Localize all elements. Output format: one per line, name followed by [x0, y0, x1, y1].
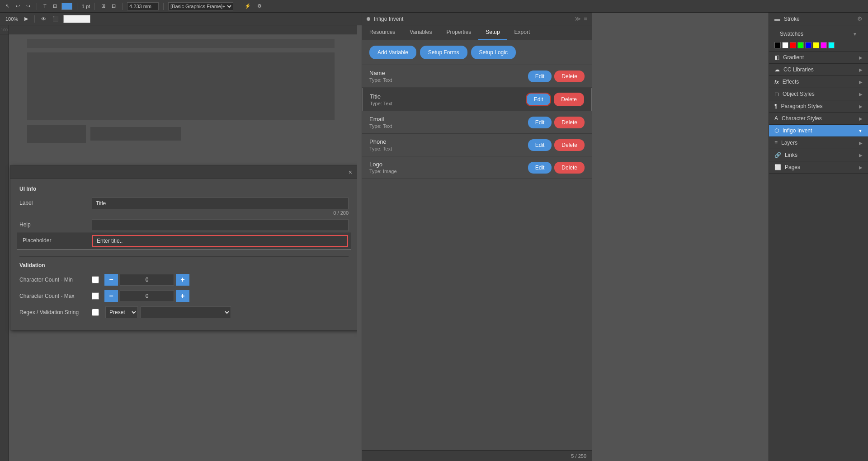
- label-field-label: Label: [19, 198, 92, 206]
- char-count-max-input[interactable]: [120, 290, 174, 302]
- swatch-white[interactable]: [782, 42, 788, 48]
- links-header-inner: 🔗 Links: [774, 152, 797, 158]
- infigo-panel: Infigo Invent ≫ ≡ Resources Variables Pr…: [362, 13, 592, 461]
- variable-title-delete[interactable]: Delete: [554, 93, 584, 106]
- toolbar-sep-4: [122, 3, 123, 10]
- variable-logo-edit[interactable]: Edit: [528, 162, 552, 174]
- toolbar-lightning[interactable]: ⚡: [243, 2, 253, 10]
- add-variable-button[interactable]: Add Variable: [369, 46, 416, 59]
- toolbar-align-center[interactable]: ⊟: [110, 2, 118, 10]
- infigo-invent-sidebar-label: Infigo Invent: [783, 127, 812, 134]
- variable-phone-delete[interactable]: Delete: [554, 139, 585, 151]
- floating-ui-panel: × UI Info Label 0 / 200 Help Pla: [10, 165, 357, 330]
- toolbar-zoom-level[interactable]: 100%: [4, 15, 20, 23]
- toolbar-dimension-input[interactable]: [127, 2, 159, 10]
- label-input[interactable]: [92, 198, 349, 209]
- variable-email-delete[interactable]: Delete: [554, 117, 585, 128]
- toolbar-undo[interactable]: ↩: [14, 2, 22, 10]
- regex-custom-select[interactable]: [141, 306, 231, 318]
- tab-variables[interactable]: Variables: [402, 25, 439, 40]
- setup-logic-button[interactable]: Setup Logic: [471, 46, 516, 59]
- cc-libraries-panel-header[interactable]: ☁ CC Libraries ▶: [769, 64, 868, 76]
- character-styles-panel-header[interactable]: A Character Styles ▶: [769, 113, 868, 125]
- char-count-min-increment[interactable]: +: [176, 274, 189, 286]
- swatch-magenta[interactable]: [821, 42, 827, 48]
- variable-phone-info: Phone Type: Text: [369, 138, 528, 151]
- infigo-counter: 5 / 250: [571, 453, 586, 459]
- tab-resources[interactable]: Resources: [362, 25, 402, 40]
- cc-libraries-label: CC Libraries: [783, 66, 814, 73]
- panel-close-button[interactable]: ×: [347, 168, 354, 176]
- swatch-green[interactable]: [797, 42, 804, 48]
- effects-panel-header[interactable]: fx Effects ▶: [769, 76, 868, 88]
- paragraph-styles-expand-icon: ▶: [859, 104, 863, 109]
- variable-phone-actions: Edit Delete: [528, 139, 585, 151]
- infigo-invent-panel-header[interactable]: ⬡ Infigo Invent ▼: [769, 125, 868, 137]
- ruler-vertical: [0, 34, 9, 461]
- paragraph-styles-panel-header[interactable]: ¶ Paragraph Styles ▶: [769, 100, 868, 113]
- toolbar-color-swatch[interactable]: [61, 3, 72, 10]
- toolbar-sep-5: [163, 3, 164, 10]
- layers-panel-header[interactable]: ≡ Layers ▶: [769, 137, 868, 149]
- label-row: Label 0 / 200: [19, 198, 349, 216]
- swatch-blue[interactable]: [805, 42, 811, 48]
- object-styles-panel-header[interactable]: ◻ Object Styles ▶: [769, 88, 868, 100]
- variable-logo-info: Logo Type: Image: [369, 161, 528, 174]
- effects-icon: fx: [774, 79, 779, 85]
- regex-preset-select[interactable]: Preset Email Phone URL Custom: [105, 306, 138, 318]
- regex-row: Regex / Validation String Preset Email P…: [19, 306, 349, 318]
- links-panel-header[interactable]: 🔗 Links ▶: [769, 149, 868, 161]
- panel-menu-icon[interactable]: ≡: [584, 15, 587, 22]
- toolbar-move-tool[interactable]: ↖: [4, 2, 11, 10]
- variable-phone-edit[interactable]: Edit: [528, 139, 552, 151]
- pages-panel-header[interactable]: ⬜ Pages ▶: [769, 161, 868, 174]
- object-styles-label: Object Styles: [783, 91, 815, 97]
- swatch-black[interactable]: [774, 42, 781, 48]
- tab-setup[interactable]: Setup: [478, 25, 507, 40]
- variable-title-edit[interactable]: Edit: [526, 93, 552, 106]
- toolbar-align-left[interactable]: ⊞: [99, 2, 107, 10]
- char-count-min-label: Character Count - Min: [19, 277, 92, 283]
- char-count-min-input[interactable]: [120, 274, 174, 286]
- variable-name-delete[interactable]: Delete: [554, 71, 585, 82]
- swatch-cyan[interactable]: [828, 42, 835, 48]
- variable-logo-delete[interactable]: Delete: [554, 162, 585, 174]
- toolbar-frame-type[interactable]: [Basic Graphics Frame]+: [168, 2, 233, 10]
- toolbar-zoom-expand[interactable]: ▶: [23, 15, 30, 23]
- tab-export[interactable]: Export: [507, 25, 538, 40]
- regex-checkbox[interactable]: [92, 309, 99, 316]
- panel-expand-icon[interactable]: ≫: [575, 15, 581, 22]
- gradient-panel-header[interactable]: ◧ Gradient ▶: [769, 52, 868, 64]
- swatch-red[interactable]: [790, 42, 796, 48]
- stroke-gear-button[interactable]: ⚙: [857, 15, 863, 22]
- char-count-max-decrement[interactable]: −: [104, 290, 118, 302]
- effects-expand-icon: ▶: [859, 80, 863, 85]
- toolbar-redo[interactable]: ↪: [24, 2, 32, 10]
- help-input[interactable]: [92, 219, 349, 231]
- top-toolbar: ↖ ↩ ↪ T ⊞ 1 pt ⊞ ⊟ [Basic Graphics Frame…: [0, 0, 868, 13]
- variable-name-edit[interactable]: Edit: [528, 71, 552, 82]
- placeholder-input[interactable]: [92, 235, 348, 247]
- cc-libraries-expand-icon: ▶: [859, 67, 863, 72]
- char-count-max-checkbox[interactable]: [92, 292, 99, 300]
- tab-properties[interactable]: Properties: [439, 25, 479, 40]
- toolbar-settings[interactable]: ⚙: [255, 2, 264, 10]
- variable-email-actions: Edit Delete: [528, 117, 585, 128]
- section-divider-1: [19, 256, 349, 257]
- toolbar-type-tool[interactable]: T: [42, 3, 48, 10]
- swatch-yellow[interactable]: [813, 42, 819, 48]
- char-count-min-checkbox[interactable]: [92, 276, 99, 283]
- object-styles-expand-icon: ▶: [859, 92, 863, 97]
- character-styles-header-inner: A Character Styles: [774, 115, 822, 122]
- canvas-element-sidebar-left: [27, 125, 86, 143]
- variable-name-info: Name Type: Text: [369, 70, 528, 83]
- toolbar-view-toggle[interactable]: 👁: [39, 15, 48, 23]
- toolbar-preview[interactable]: ⬛: [51, 15, 61, 23]
- swatches-header[interactable]: Swatches ▼: [774, 28, 863, 40]
- panel-dot: [367, 17, 370, 21]
- char-count-min-decrement[interactable]: −: [104, 274, 118, 286]
- char-count-max-increment[interactable]: +: [176, 290, 189, 302]
- setup-forms-button[interactable]: Setup Forms: [420, 46, 467, 59]
- toolbar-distribute[interactable]: ⊞: [51, 2, 59, 10]
- variable-email-edit[interactable]: Edit: [528, 117, 552, 128]
